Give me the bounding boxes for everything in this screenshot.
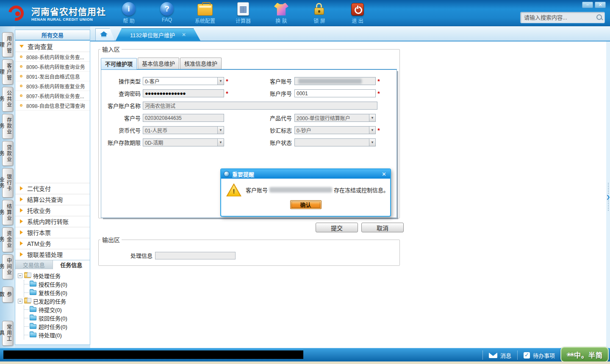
flower-icon: ❀❀	[566, 351, 573, 358]
tree-node-review-tasks[interactable]: 复核任务(0)	[24, 289, 89, 297]
chevron-down-icon[interactable]: ▼	[217, 139, 224, 146]
tab-trade-info[interactable]: 交易信息	[15, 260, 53, 269]
todo-button[interactable]: ✓ 待办事项	[524, 351, 555, 359]
calculator-button[interactable]: ▦ 计算器	[231, 2, 255, 24]
dialog-titlebar[interactable]: 重要提醒 ✕	[221, 169, 390, 179]
search-input[interactable]	[520, 12, 605, 23]
help-button[interactable]: i 帮 助	[117, 2, 141, 24]
operation-type-select[interactable]: 0-客户 ▼	[143, 77, 224, 85]
tab-home[interactable]	[95, 28, 115, 41]
account-status-select[interactable]: ▼	[294, 138, 376, 146]
exit-button[interactable]: 退 出	[346, 2, 369, 24]
tree-node-initiated-tasks[interactable]: 已发起的任务	[18, 297, 89, 306]
menu-item-8090[interactable]: 8090-系统内转账查询业务	[15, 62, 90, 72]
dialog-close-icon[interactable]: ✕	[380, 171, 388, 177]
tree-node-auth-tasks[interactable]: 授权任务(0)	[24, 280, 89, 289]
rail-tab-funds-biz[interactable]: 资金业务	[2, 227, 13, 252]
rail-tab-customer-mgmt[interactable]: 客户管理	[2, 59, 13, 84]
accordion-unionpay-error[interactable]: 银联差错处理	[15, 249, 90, 260]
tree-node-rejected[interactable]: 驳回任务(0)	[24, 314, 89, 323]
separator	[517, 350, 518, 360]
accordion-atm-biz[interactable]: ATM业务	[15, 238, 90, 249]
product-code-select[interactable]: 2000-单位银行结算账户 ▼	[294, 114, 376, 122]
chevron-right-icon	[20, 241, 23, 245]
minimize-button[interactable]: −	[582, 2, 593, 8]
query-password-input[interactable]: ●●●●●●●●●●●●●●	[143, 89, 224, 97]
account-seq-input[interactable]: 0001	[294, 89, 376, 97]
rail-tab-loan-biz[interactable]: 贷款业务	[2, 141, 13, 166]
rail-tab-settlement-biz[interactable]: 结算业务	[2, 200, 13, 225]
bullet-icon	[20, 85, 22, 87]
customer-account-input[interactable]	[294, 77, 376, 85]
tab-close-icon[interactable]: ✕	[182, 32, 186, 38]
power-icon	[351, 3, 364, 16]
menu-item-8091[interactable]: 8091-发出自由格式信息	[15, 72, 90, 81]
rail-tab-intermediate-biz[interactable]: 中间业务	[2, 254, 13, 279]
tree-node-to-submit[interactable]: 待提交(0)	[24, 306, 89, 314]
tree-node-timeout[interactable]: 超时任务(0)	[24, 323, 89, 331]
accordion-intra-system-transfer[interactable]: 系统内跨行转账	[15, 216, 90, 227]
menu-item-8098[interactable]: 8098-自由信息登记簿查询	[15, 101, 90, 110]
panel-collapse-handle[interactable]: ❯	[606, 179, 610, 215]
rail-tab-deposit-biz[interactable]: 存款业务	[2, 114, 13, 139]
output-area-legend: 输出区	[100, 235, 122, 244]
tab-approval-info[interactable]: 核准信息维护	[180, 58, 222, 69]
close-button[interactable]: ✕	[595, 2, 606, 8]
status-bar: 消息 ✓ 待办事项 ❀❀ 中。半简	[0, 348, 610, 361]
customer-no-input[interactable]: 0203020844635	[143, 114, 224, 122]
toolbox-icon	[197, 4, 213, 16]
tree-collapse-icon[interactable]	[18, 299, 22, 303]
chevron-down-icon[interactable]: ▼	[217, 127, 224, 134]
ime-status-badge[interactable]: ❀❀ 中。半简	[560, 347, 609, 362]
system-config-button[interactable]: 系统配置	[193, 2, 217, 24]
folder-icon	[30, 333, 36, 337]
tab-non-maintainable[interactable]: 不可维护项	[101, 58, 137, 69]
lock-screen-button[interactable]: 锁 屏	[308, 2, 331, 24]
rail-tab-parameters[interactable]: 参数	[2, 287, 13, 303]
accordion-second-gen-payment[interactable]: 二代支付	[15, 183, 90, 194]
chevron-right-icon	[20, 186, 23, 190]
tab-basic-info[interactable]: 基本信息维护	[138, 58, 179, 69]
rail-tab-user-mgmt[interactable]: 用户管理	[2, 32, 13, 57]
currency-select[interactable]: 01-人民币 ▼	[143, 126, 224, 134]
bullet-icon	[20, 65, 22, 68]
chevron-right-icon	[20, 252, 23, 256]
tab-account-maintenance[interactable]: 1132单位账户维护 ✕	[116, 28, 200, 41]
all-transactions-header[interactable]: 所有交易	[15, 30, 90, 41]
chevron-right-icon	[20, 230, 23, 234]
chevron-down-icon[interactable]: ▼	[369, 127, 375, 134]
tree-connector	[24, 292, 29, 293]
submit-button[interactable]: 提交	[316, 223, 358, 232]
product-code-label: 产品代号	[230, 114, 294, 122]
rail-tab-bankcard-biz[interactable]: 银行卡业务	[2, 168, 13, 198]
chevron-down-icon[interactable]: ▼	[369, 139, 375, 146]
deposit-term-select[interactable]: 0D-活期 ▼	[143, 138, 224, 146]
folder-icon	[30, 307, 36, 312]
messages-button[interactable]: 消息	[489, 351, 511, 359]
cancel-button[interactable]: 取消	[361, 223, 404, 232]
account-name-input[interactable]: 河南农信测试	[143, 102, 377, 110]
rail-tab-public-biz[interactable]: 公共业务	[2, 87, 13, 112]
menu-item-8088[interactable]: 8088-系统内转账业务查...	[15, 52, 90, 62]
cash-flag-select[interactable]: 0-钞户 ▼	[294, 126, 376, 134]
accordion-settlement-query[interactable]: 结算公共查询	[15, 194, 90, 205]
tree-collapse-icon[interactable]	[18, 273, 22, 278]
menu-item-8093[interactable]: 8093-系统内转账查复业务	[15, 81, 90, 91]
tree-node-pending-tasks[interactable]: 待处理任务	[18, 272, 89, 280]
accordion-bank-draft[interactable]: 银行本票	[15, 227, 90, 238]
change-skin-button[interactable]: 换 肤	[269, 2, 293, 24]
chevron-down-icon[interactable]: ▼	[217, 77, 224, 85]
faq-button[interactable]: ? FAQ	[155, 2, 179, 24]
chevron-down-icon[interactable]: ▼	[369, 114, 375, 121]
calculator-icon: ▦	[237, 2, 249, 16]
accordion-collection-biz[interactable]: 托收业务	[15, 205, 90, 216]
tab-task-info[interactable]: 任务信息	[53, 260, 90, 269]
search-icon[interactable]	[596, 14, 603, 21]
rail-tab-common-tools[interactable]: 常用工具	[2, 321, 13, 346]
module-rail: 用户管理 客户管理 公共业务 存款业务 贷款业务 银行卡业务 结算业务 资金业务…	[0, 26, 15, 348]
brand-subtitle: HENAN RURAL CREDIT UNION	[31, 17, 106, 22]
tree-node-to-process[interactable]: 待处理(0)	[24, 331, 89, 339]
confirm-button[interactable]: 确认	[290, 200, 322, 209]
menu-item-8097[interactable]: 8097-系统内转账业务查...	[15, 91, 90, 101]
accordion-query-reply[interactable]: 查询查复	[15, 41, 90, 52]
